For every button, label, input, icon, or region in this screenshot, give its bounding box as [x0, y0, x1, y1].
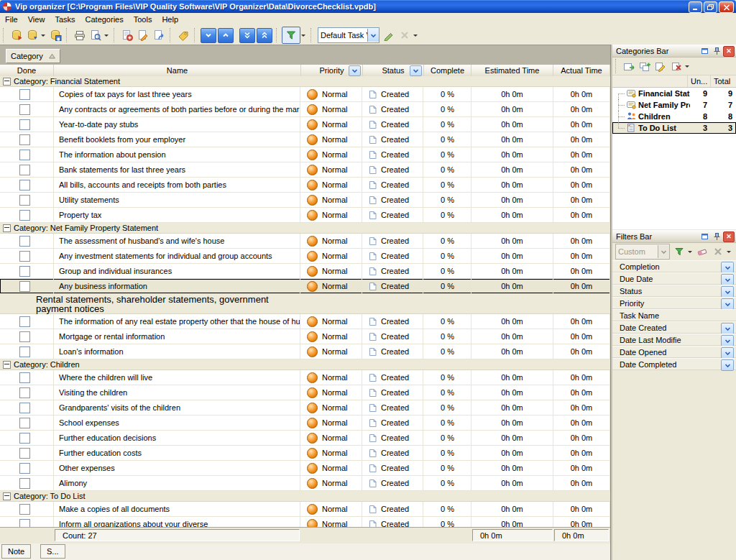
done-checkbox[interactable] [19, 448, 30, 459]
task-row[interactable]: AlimonyNormalCreated0 %0h 0m0h 0m [0, 476, 610, 491]
bottom-tab-note[interactable]: Note [1, 544, 31, 559]
expand-all-button[interactable] [257, 28, 272, 43]
done-checkbox[interactable] [19, 346, 30, 357]
done-checkbox[interactable] [19, 195, 30, 206]
move-down-button[interactable] [201, 28, 216, 43]
combo-dropdown-icon[interactable] [658, 245, 669, 258]
filter-row-task-name[interactable]: Task Name [612, 309, 736, 321]
done-checkbox[interactable] [19, 150, 30, 160]
filter-row-date-completed[interactable]: Date Completed [612, 358, 736, 370]
column-header-estimated-time[interactable]: Estimated Time [472, 65, 553, 76]
filter-apply-dropdown-icon[interactable] [688, 251, 692, 253]
filter-dropdown-icon[interactable] [721, 347, 734, 359]
filter-dropdown-icon[interactable] [301, 35, 305, 37]
task-row[interactable]: The assessment of husband's and wife's h… [0, 234, 610, 249]
done-checkbox[interactable] [19, 418, 30, 428]
task-row[interactable]: Benefit booklets from your employerNorma… [0, 132, 610, 147]
panel-restore-icon[interactable] [700, 46, 710, 55]
done-checkbox[interactable] [19, 403, 30, 413]
task-row[interactable]: Any business informationNormalCreated0 %… [0, 279, 610, 294]
toolbar-options-dropdown-icon[interactable] [413, 35, 418, 37]
database-open-button[interactable] [24, 27, 40, 43]
category-group-row[interactable]: Category: Net Family Property Statement [0, 223, 610, 234]
panel-close-icon[interactable]: ✕ [723, 231, 735, 242]
done-checkbox[interactable] [19, 372, 30, 383]
task-row[interactable]: School expensesNormalCreated0 %0h 0m0h 0… [0, 416, 610, 431]
menu-categories[interactable]: Categories [80, 14, 129, 25]
task-row[interactable]: Further education costsNormalCreated0 %0… [0, 446, 610, 461]
column-header-done[interactable]: Done [0, 65, 54, 76]
category-item-to-do-list[interactable]: To Do List33 [612, 122, 736, 134]
filter-dropdown-icon[interactable] [721, 274, 734, 285]
filter-apply-button[interactable] [671, 244, 687, 259]
category-tag-button[interactable] [175, 27, 191, 43]
task-row[interactable]: Other expensesNormalCreated0 %0h 0m0h 0m [0, 461, 610, 476]
database-save-button[interactable] [47, 27, 63, 43]
filter-button[interactable] [282, 27, 300, 44]
category-edit-button[interactable] [653, 59, 668, 73]
collapse-group-icon[interactable] [3, 361, 11, 369]
task-row[interactable]: Where the children will liveNormalCreate… [0, 370, 610, 385]
category-item-financial-stateme[interactable]: Financial Stateme99 [612, 88, 736, 99]
bottom-tab-s[interactable]: S... [40, 544, 65, 559]
view-delete-button[interactable] [397, 27, 413, 43]
filter-dropdown-icon[interactable] [721, 359, 734, 371]
category-delete-button[interactable] [668, 59, 684, 73]
column-header-complete[interactable]: Complete [424, 65, 472, 76]
task-row[interactable]: The information of any real estate prope… [0, 314, 610, 329]
column-filter-dropdown-icon[interactable] [410, 65, 422, 76]
menu-view[interactable]: View [23, 14, 50, 25]
filter-delete-button[interactable] [710, 244, 726, 259]
task-row[interactable]: The information about pensionNormalCreat… [0, 147, 610, 162]
collapse-group-icon[interactable] [3, 224, 11, 232]
filter-dropdown-icon[interactable] [721, 335, 734, 346]
done-checkbox[interactable] [19, 433, 30, 444]
group-by-category-button[interactable]: Category [6, 49, 60, 63]
move-up-button[interactable] [218, 28, 234, 43]
column-header-name[interactable]: Name [54, 65, 301, 76]
column-header-unfinished[interactable]: Un... [687, 75, 710, 87]
filter-row-date-last-modifie[interactable]: Date Last Modifie [612, 334, 736, 346]
database-backup-button[interactable] [9, 27, 24, 43]
task-row[interactable]: Grandparents' visits of the childrenNorm… [0, 400, 610, 416]
panel-close-icon[interactable]: ✕ [723, 46, 735, 57]
column-header-actual-time[interactable]: Actual Time [553, 65, 610, 76]
done-checkbox[interactable] [19, 89, 30, 100]
column-filter-dropdown-icon[interactable] [349, 65, 361, 76]
restore-button[interactable] [704, 1, 717, 13]
done-checkbox[interactable] [19, 504, 30, 515]
database-open-dropdown-icon[interactable] [41, 35, 45, 37]
done-checkbox[interactable] [19, 165, 30, 175]
done-checkbox[interactable] [19, 387, 30, 398]
done-checkbox[interactable] [19, 266, 30, 277]
done-checkbox[interactable] [19, 478, 30, 489]
filter-dropdown-icon[interactable] [721, 298, 734, 310]
column-header-priority[interactable]: Priority [301, 65, 363, 76]
task-row[interactable]: Make a copies of all documentsNormalCrea… [0, 502, 610, 517]
task-edit-button[interactable] [135, 27, 151, 43]
column-header-status[interactable]: Status [363, 65, 424, 76]
task-row[interactable]: Visiting the childrenNormalCreated0 %0h … [0, 385, 610, 400]
task-row[interactable]: Year-to-date pay stubsNormalCreated0 %0h… [0, 117, 610, 132]
combo-dropdown-icon[interactable] [367, 29, 379, 42]
filter-row-date-created[interactable]: Date Created [612, 321, 736, 334]
category-group-row[interactable]: Category: Children [0, 359, 610, 370]
done-checkbox[interactable] [19, 251, 30, 262]
done-checkbox[interactable] [19, 119, 30, 130]
category-add-sub-button[interactable] [637, 59, 653, 73]
done-checkbox[interactable] [19, 236, 30, 247]
collapse-all-button[interactable] [239, 28, 255, 43]
task-row[interactable]: Any investment statements for individual… [0, 249, 610, 264]
task-share-button[interactable] [151, 27, 167, 43]
task-row[interactable]: Copies of tax pays for last three yearsN… [0, 87, 610, 102]
done-checkbox[interactable] [19, 104, 30, 115]
task-view-combo[interactable]: Default Task V [318, 27, 380, 43]
task-row[interactable]: Any contracts or agreements of both part… [0, 102, 610, 117]
filter-row-completion[interactable]: Completion [612, 260, 736, 272]
menu-tools[interactable]: Tools [129, 14, 157, 25]
filter-row-status[interactable]: Status [612, 285, 736, 297]
category-group-row[interactable]: Category: To Do List [0, 491, 610, 502]
column-header-total[interactable]: Total [710, 75, 736, 87]
menu-file[interactable]: File [0, 14, 23, 25]
close-button[interactable] [719, 1, 734, 13]
